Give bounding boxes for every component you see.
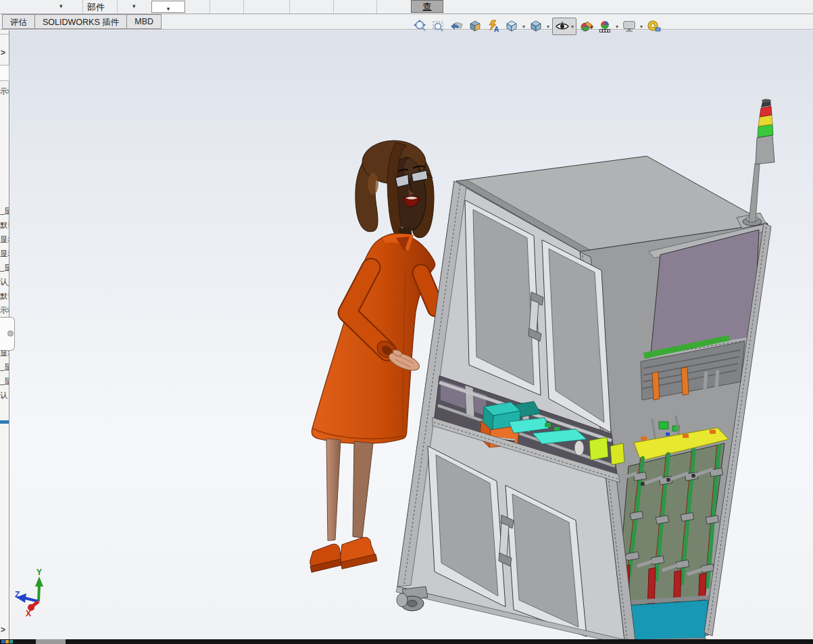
tree-item-partial[interactable]: 示状 (0, 305, 9, 315)
dropdown-caret-icon[interactable]: ▾ (59, 3, 63, 9)
taskbar-button[interactable] (36, 639, 66, 644)
toolbar-separator (210, 0, 210, 14)
tree-item-partial[interactable]: _显 (0, 376, 9, 386)
component-button[interactable]: 部件 (87, 1, 105, 14)
tree-item-partial[interactable]: 默认 (0, 291, 9, 301)
taskbar-icon[interactable] (1, 640, 5, 643)
tree-item-partial[interactable]: 认 (0, 391, 9, 400)
toolbar-separator (333, 0, 334, 14)
tree-item-partial[interactable]: 显示 (0, 234, 9, 244)
tree-item-partial[interactable]: _显 (0, 263, 9, 272)
view-command-button[interactable]: 查 (411, 0, 443, 13)
tree-flyout-tab[interactable] (0, 317, 15, 351)
tree-item-partial[interactable]: 示状 (0, 86, 9, 96)
top-toolbar: ▾ 部件 ▾ ▾ 查 (0, 0, 813, 14)
strip-divider (0, 34, 9, 34)
edit-appearance-icon[interactable] (578, 18, 595, 34)
expand-panel-chevron-icon[interactable]: > (1, 625, 5, 635)
toolbar-separator (376, 0, 377, 14)
assembly-model[interactable]: Y Z X (0, 0, 813, 644)
toolbar-separator (82, 0, 83, 14)
dropdown-caret-icon[interactable]: ▾ (132, 3, 136, 9)
y-axis-label: Y (36, 568, 42, 577)
strip-button[interactable] (0, 65, 9, 81)
dropdown-caret-icon[interactable]: ▾ (640, 24, 643, 30)
signal-tower-light[interactable] (737, 99, 774, 229)
display-style-icon[interactable] (528, 18, 544, 34)
expand-panel-chevron-icon[interactable]: > (1, 48, 5, 57)
heads-up-view-toolbar: A ▾ ▾ ▾ ▾ ▾ (412, 18, 662, 35)
zoom-to-fit-icon[interactable] (412, 18, 428, 34)
ribbon-tab-bar: 评估 SOLIDWORKS 插件 MBD (0, 14, 813, 30)
tree-item-partial[interactable]: 默认 (0, 220, 9, 230)
x-axis-label: X (26, 609, 31, 618)
dropdown-caret-icon[interactable]: ▾ (616, 24, 618, 30)
hide-show-items-pressed: ▾ (552, 18, 576, 35)
toolbar-combo-box[interactable]: ▾ (151, 1, 185, 13)
svg-text:A: A (494, 26, 499, 33)
toolbar-separator (289, 0, 290, 14)
machine-cabinet[interactable] (396, 156, 771, 644)
tab-evaluate[interactable]: 评估 (2, 14, 35, 29)
tower-red (760, 106, 772, 117)
tree-item-partial[interactable]: _显 (0, 206, 9, 216)
dropdown-caret-icon[interactable]: ▾ (522, 24, 525, 30)
toolbar-separator (243, 0, 244, 14)
z-axis-label: Z (15, 590, 20, 599)
zoom-to-area-icon[interactable] (430, 18, 447, 34)
measure-icon[interactable] (645, 18, 662, 34)
feature-tree-strip[interactable]: > 示状_显默认显示显示_显认_默认示状显示显示显示_显_显认 > (0, 30, 9, 639)
tree-item-partial[interactable]: _显 (0, 362, 9, 372)
section-view-icon[interactable] (467, 18, 483, 34)
tab-solidworks-addins[interactable]: SOLIDWORKS 插件 (34, 14, 127, 29)
view-settings-icon[interactable] (621, 18, 637, 34)
y-axis-arrow (35, 576, 43, 587)
taskbar-icon[interactable] (5, 640, 9, 643)
dropdown-caret-icon[interactable]: ▾ (571, 24, 574, 30)
selected-item-highlight (0, 420, 9, 424)
dropdown-caret-icon[interactable]: ▾ (167, 5, 170, 12)
previous-view-icon[interactable] (449, 18, 465, 34)
orientation-triad[interactable]: Y Z X (15, 568, 43, 618)
tree-item-partial[interactable]: 显示 (0, 249, 9, 258)
dropdown-caret-icon[interactable]: ▾ (547, 24, 549, 30)
leg[interactable] (326, 439, 341, 541)
hide-show-items-icon[interactable] (554, 18, 570, 34)
dynamic-annotation-views-icon[interactable]: A (485, 18, 501, 34)
apply-scene-icon[interactable] (597, 18, 613, 34)
toolbar-separator (117, 0, 118, 14)
taskbar-sliver (0, 639, 813, 644)
tree-item-partial[interactable]: 认_ (0, 277, 9, 287)
view-orientation-icon[interactable] (503, 18, 520, 34)
tab-mbd[interactable]: MBD (126, 14, 162, 29)
taskbar-icon[interactable] (9, 640, 13, 643)
flyout-dot-icon (7, 330, 14, 337)
leg[interactable] (353, 441, 373, 538)
